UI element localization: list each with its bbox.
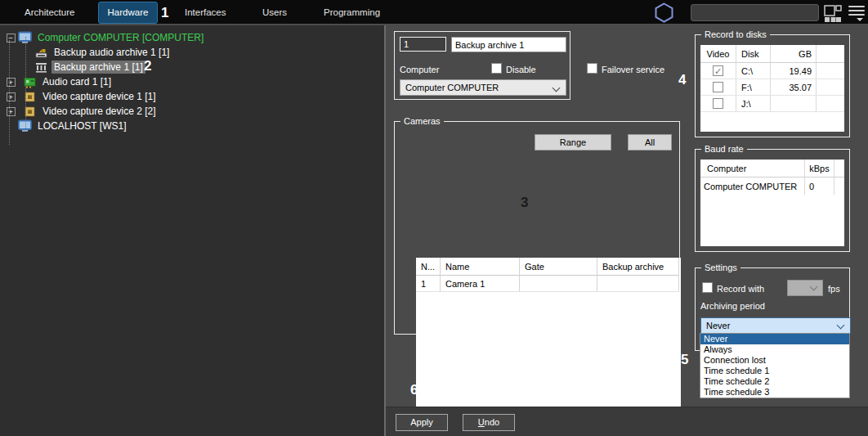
backup-archive-icon [34, 61, 48, 74]
undo-button[interactable]: Undo [463, 414, 515, 431]
disk-name: C:\ [736, 63, 771, 79]
option-time-schedule-1[interactable]: Time schedule 1 [700, 366, 849, 376]
tab-interfaces[interactable]: Interfaces [185, 0, 226, 25]
disable-checkbox[interactable] [491, 63, 502, 74]
tree-item-localhost[interactable]: LOCALHOST [WS1] [5, 119, 384, 133]
baud-rate-groupbox: Baud rate Computer kBps Computer COMPUTE… [695, 149, 850, 252]
computer-dropdown[interactable]: Computer COMPUTER [400, 79, 566, 96]
record-with-label: Record with [717, 284, 764, 294]
cameras-table[interactable]: N... Name Gate Backup archive 1 Camera 1… [416, 258, 681, 430]
tree-item-audio-card[interactable]: Audio card 1 [1] [21, 74, 384, 89]
option-time-schedule-2[interactable]: Time schedule 2 [700, 376, 849, 387]
col-backup-archive[interactable]: Backup archive [597, 258, 679, 276]
disk-video-checkbox[interactable] [713, 82, 723, 92]
tree-item-backup-audio-archive[interactable]: Backup audio archive 1 [1] [21, 45, 384, 60]
camera-backup-cell [597, 276, 679, 292]
id-field[interactable] [400, 37, 446, 52]
record-to-disks-title: Record to disks [701, 29, 770, 39]
range-button[interactable]: Range [535, 134, 611, 151]
col-computer: Computer [700, 160, 805, 178]
tab-hardware[interactable]: Hardware [98, 2, 158, 24]
annotation-4: 4 [678, 72, 686, 88]
annotation-3: 3 [521, 195, 528, 211]
col-disk: Disk [736, 45, 771, 63]
tree-item-label: Video capture device 2 [2] [40, 105, 159, 118]
failover-label: Failover service [602, 65, 664, 74]
tree-item-video-capture-1[interactable]: Video capture device 1 [1] [21, 89, 384, 104]
layout-grid-icon[interactable] [824, 5, 842, 23]
tree-connector-line [25, 37, 26, 132]
baud-table[interactable]: Computer kBps Computer COMPUTER 0 [700, 160, 844, 246]
col-kbps: kBps [805, 160, 834, 178]
name-field[interactable] [451, 37, 566, 52]
hexagon-logo-icon [653, 2, 675, 24]
tab-architecture[interactable]: Architecture [25, 0, 74, 25]
tree-item-label: LOCALHOST [WS1] [35, 119, 128, 133]
annotation-2: 2 [144, 58, 151, 74]
col-gate[interactable]: Gate [520, 258, 597, 276]
tab-users[interactable]: Users [262, 0, 287, 25]
option-time-schedule-3[interactable]: Time schedule 3 [700, 387, 849, 398]
action-bar: Apply Undo [386, 407, 868, 436]
computer-dropdown-value: Computer COMPUTER [405, 83, 499, 92]
tree-item-backup-archive[interactable]: Backup archive 1 [1] [21, 60, 384, 74]
tree-connector-line [9, 40, 10, 145]
tree-item-label-selected: Backup archive 1 [1] [51, 61, 145, 74]
cameras-table-header: N... Name Gate Backup archive [416, 258, 681, 276]
archiving-period-options-list: Never Always Connection lost Time schedu… [700, 333, 850, 398]
baud-row[interactable]: Computer COMPUTER 0 [700, 178, 844, 195]
annotation-5: 5 [681, 352, 688, 368]
option-always[interactable]: Always [700, 344, 849, 355]
chevron-down-icon [837, 321, 845, 330]
tree-item-label: Audio card 1 [1] [40, 75, 114, 88]
option-connection-lost[interactable]: Connection lost [700, 355, 849, 366]
col-number[interactable]: N... [416, 258, 441, 276]
cameras-groupbox: Cameras Range All N... Name Gate Backup … [394, 121, 680, 335]
tree-item-label: Computer COMPUTER [COMPUTER] [35, 31, 206, 44]
apply-button[interactable]: Apply [396, 414, 448, 431]
tree-item-video-capture-2[interactable]: Video capture device 2 [2] [21, 104, 384, 119]
all-button[interactable]: All [628, 134, 672, 151]
tab-programming[interactable]: Programming [324, 0, 380, 25]
col-video: Video [700, 45, 736, 63]
annotation-6: 6 [410, 382, 418, 398]
archiving-period-dropdown[interactable]: Never [700, 317, 851, 334]
disk-row[interactable]: J:\ [700, 96, 844, 112]
expand-icon[interactable] [7, 78, 16, 87]
disk-row[interactable]: C:\ 19.49 [700, 63, 844, 79]
fps-label: fps [828, 284, 840, 294]
fps-dropdown[interactable] [787, 280, 823, 296]
annotation-1: 1 [161, 5, 168, 21]
identity-groupbox: Computer Disable Computer COMPUTER [394, 31, 570, 100]
disk-row[interactable]: F:\ 35.07 [700, 79, 844, 96]
disk-video-checkbox[interactable] [713, 65, 723, 76]
cameras-title: Cameras [400, 116, 444, 126]
hamburger-menu-icon[interactable] [848, 6, 865, 20]
col-gb: GB [771, 45, 817, 63]
collapse-icon[interactable] [7, 34, 16, 43]
top-menu-bar: Architecture Hardware Interfaces Users P… [0, 0, 868, 25]
disk-name: F:\ [736, 79, 771, 95]
disk-name: J:\ [736, 96, 771, 111]
col-name[interactable]: Name [441, 258, 520, 276]
tree-item-label: Video capture device 1 [1] [40, 90, 159, 103]
expand-icon[interactable] [7, 92, 16, 101]
disks-table[interactable]: Video Disk GB C:\ 19.49 F:\ 35.07 [700, 45, 844, 132]
option-never[interactable]: Never [700, 334, 849, 344]
record-with-checkbox[interactable] [702, 282, 713, 293]
settings-panel: Computer Disable Computer COMPUTER Failo… [386, 25, 868, 436]
disk-gb: 19.49 [771, 63, 817, 79]
camera-gate-cell [520, 276, 597, 292]
camera-number-cell: 1 [416, 276, 441, 292]
archiving-period-label: Archiving period [700, 301, 765, 311]
search-input[interactable] [691, 4, 819, 21]
baud-kbps: 0 [805, 178, 834, 195]
expand-icon[interactable] [7, 107, 16, 116]
camera-row[interactable]: 1 Camera 1 [416, 276, 681, 292]
camera-name-cell: Camera 1 [441, 276, 520, 292]
archiving-period-value: Never [706, 321, 730, 330]
disk-video-checkbox[interactable] [713, 98, 723, 109]
failover-checkbox[interactable] [587, 63, 597, 74]
undo-label-rest: ndo [485, 417, 499, 427]
tree-item-computer[interactable]: Computer COMPUTER [COMPUTER] [5, 30, 384, 45]
